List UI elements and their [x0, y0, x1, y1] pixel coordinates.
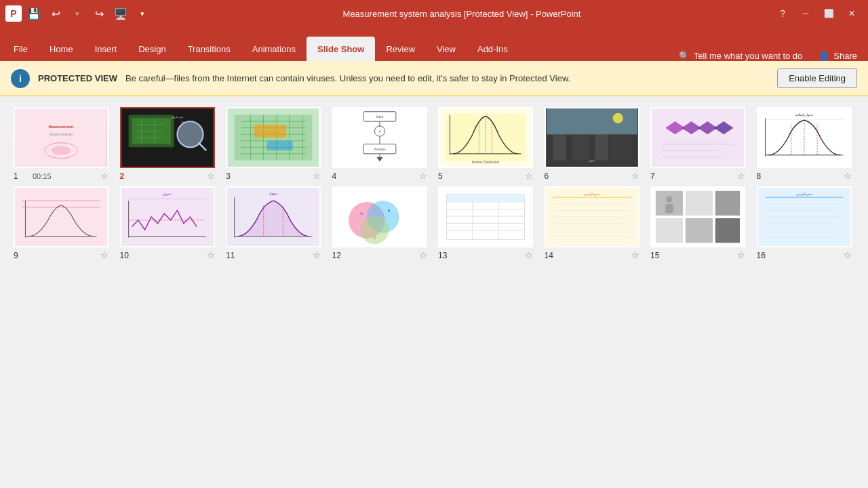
slide-8-number: 8: [757, 171, 773, 181]
svg-rect-126: [686, 218, 713, 243]
tab-insert[interactable]: Insert: [84, 37, 128, 61]
slide-thumb-8: عنوان اسلاید: [757, 107, 852, 168]
customize-dropdown[interactable]: ▾: [133, 4, 152, 23]
slide-8-star[interactable]: ☆: [844, 171, 852, 181]
slide-9-meta: 9 ☆: [14, 250, 108, 260]
slide-16-star[interactable]: ☆: [844, 250, 852, 260]
slide-5-number: 5: [438, 171, 454, 181]
slide-10-star[interactable]: ☆: [207, 250, 215, 260]
tab-review[interactable]: Review: [375, 37, 426, 61]
slide-10-content: عنوان: [121, 188, 214, 246]
slide-thumb-4: Input A Process: [332, 107, 427, 168]
slide-item-13[interactable]: 13 ☆: [438, 186, 536, 260]
svg-rect-127: [715, 218, 740, 243]
slide-item-2[interactable]: متن فارسی عنوان 2 ☆: [120, 107, 218, 181]
svg-text:Measurement: Measurement: [49, 125, 74, 129]
slide-15-star[interactable]: ☆: [737, 250, 745, 260]
slide-2-star[interactable]: ☆: [207, 171, 215, 181]
slide-7-star[interactable]: ☆: [737, 171, 745, 181]
search-label: Tell me what you want to do: [694, 51, 802, 61]
protected-icon: i: [11, 69, 30, 88]
tab-animations[interactable]: Animations: [241, 37, 307, 61]
slide-3-number: 3: [226, 171, 242, 181]
slide-12-meta: 12 ☆: [332, 250, 427, 260]
slide-6-svg: تصویر: [546, 108, 638, 167]
slide-item-6[interactable]: تصویر 6 ☆: [545, 107, 643, 181]
slide-grid: Measurement System Analysis 1 00:15 ☆: [14, 107, 854, 260]
tab-view[interactable]: View: [426, 37, 467, 61]
slide-13-number: 13: [438, 251, 454, 260]
slide-item-7[interactable]: 7 ☆: [650, 107, 749, 181]
slide-item-8[interactable]: عنوان اسلاید 8 ☆: [757, 107, 855, 181]
slide-item-12[interactable]: A B C 12 ☆: [332, 186, 431, 260]
slide-item-1[interactable]: Measurement System Analysis 1 00:15 ☆: [14, 107, 112, 181]
redo-button[interactable]: ↪: [90, 4, 108, 23]
minimize-button[interactable]: ─: [795, 4, 816, 23]
slide-item-5[interactable]: Normal Distribution 5 ☆: [438, 107, 536, 181]
slide-11-number: 11: [226, 251, 242, 260]
slide-item-9[interactable]: 9 ☆: [14, 186, 112, 260]
save-button[interactable]: 💾: [24, 4, 43, 23]
window-title: Measurement system analysis [Protected V…: [156, 9, 768, 19]
slide-14-meta: 14 ☆: [545, 250, 639, 260]
undo-button[interactable]: ↩: [46, 4, 65, 23]
tab-file[interactable]: File: [3, 37, 39, 61]
slide-7-content: [652, 108, 744, 167]
slide-9-number: 9: [14, 251, 30, 260]
slide-3-meta: 3 ☆: [226, 171, 321, 181]
slide-14-number: 14: [545, 251, 561, 260]
undo-arrow[interactable]: ▾: [68, 4, 87, 23]
svg-rect-110: [473, 195, 498, 202]
slide-16-content: متن فارسی: [758, 188, 850, 246]
svg-point-4: [52, 146, 71, 155]
slide-item-11[interactable]: نمودار 11 ☆: [226, 186, 324, 260]
customize-button[interactable]: 🖥️: [111, 4, 130, 23]
tab-transitions[interactable]: Transitions: [177, 37, 241, 61]
tab-slideshow[interactable]: Slide Show: [307, 37, 375, 61]
slide-14-star[interactable]: ☆: [631, 250, 639, 260]
slide-5-meta: 5 ☆: [438, 171, 533, 181]
slide-6-star[interactable]: ☆: [631, 171, 639, 181]
svg-rect-31: [267, 141, 292, 150]
slide-13-star[interactable]: ☆: [525, 250, 533, 260]
svg-point-58: [612, 113, 623, 123]
svg-rect-68: [759, 108, 850, 167]
slide-6-number: 6: [545, 171, 561, 181]
slide-10-meta: 10 ☆: [120, 250, 215, 260]
slide-1-star[interactable]: ☆: [100, 171, 108, 181]
slide-item-15[interactable]: 15 ☆: [650, 186, 749, 260]
slide-13-meta: 13 ☆: [438, 250, 533, 260]
close-button[interactable]: ✕: [841, 4, 863, 23]
slide-2-number: 2: [120, 171, 136, 181]
slide-2-content: متن فارسی عنوان: [121, 108, 214, 167]
slide-item-4[interactable]: Input A Process 4 ☆: [332, 107, 431, 181]
tab-addins[interactable]: Add-Ins: [467, 37, 519, 61]
slide-1-content: Measurement System Analysis: [15, 108, 107, 167]
slide-3-star[interactable]: ☆: [313, 171, 321, 181]
share-button[interactable]: 👤 Share: [810, 51, 865, 61]
slide-thumb-16: متن فارسی: [757, 186, 852, 247]
slide-item-3[interactable]: 3 ☆: [226, 107, 324, 181]
tab-design[interactable]: Design: [127, 37, 176, 61]
enable-editing-button[interactable]: Enable Editing: [777, 68, 857, 88]
tab-home[interactable]: Home: [39, 37, 84, 61]
slide-11-star[interactable]: ☆: [313, 250, 321, 260]
slide-8-content: عنوان اسلاید: [758, 108, 850, 167]
restore-button[interactable]: ⬜: [818, 4, 840, 23]
slide-item-14[interactable]: متن فارسی 14 ☆: [545, 186, 643, 260]
slide-9-star[interactable]: ☆: [100, 250, 108, 260]
slide-item-16[interactable]: متن فارسی 16 ☆: [757, 186, 855, 260]
svg-text:عنوان: عنوان: [180, 120, 186, 123]
svg-rect-111: [498, 195, 524, 202]
slide-5-star[interactable]: ☆: [525, 171, 533, 181]
slide-12-star[interactable]: ☆: [419, 250, 427, 260]
help-button[interactable]: ?: [772, 4, 793, 23]
slide-15-number: 15: [650, 251, 667, 260]
slide-4-star[interactable]: ☆: [419, 171, 427, 181]
slide-item-10[interactable]: عنوان 10 ☆: [120, 186, 218, 260]
svg-rect-109: [447, 195, 473, 202]
slide-3-svg: [227, 108, 319, 167]
ribbon-search[interactable]: 🔍 Tell me what you want to do: [671, 51, 810, 61]
svg-rect-124: [715, 191, 740, 216]
slide-thumb-11: نمودار: [226, 186, 321, 247]
